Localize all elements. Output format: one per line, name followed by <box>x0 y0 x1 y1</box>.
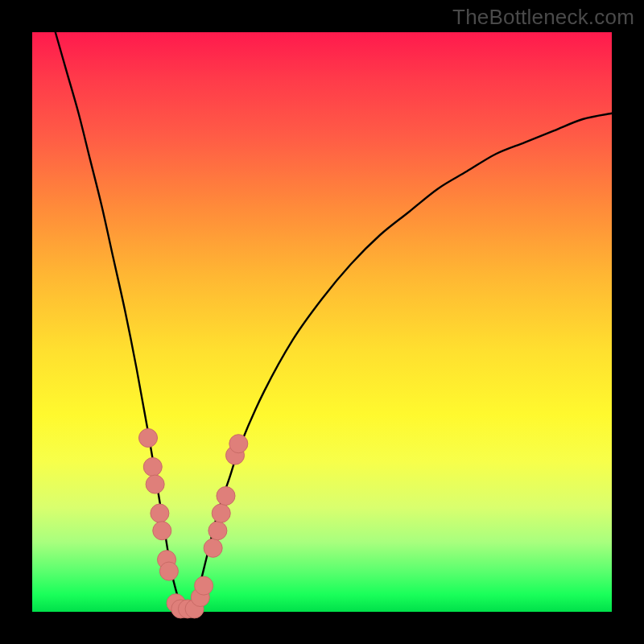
outer-frame: TheBottleneck.com <box>0 0 644 644</box>
chart-overlay <box>32 32 612 612</box>
watermark-text: TheBottleneck.com <box>452 5 634 30</box>
marker-point <box>159 562 178 580</box>
marker-point <box>143 457 162 476</box>
marker-point <box>229 435 248 453</box>
marker-point <box>208 522 227 540</box>
marker-point <box>151 504 169 522</box>
valley-markers <box>138 428 247 617</box>
bottleneck-curve <box>56 32 612 613</box>
marker-point <box>153 522 171 540</box>
marker-point <box>146 475 164 493</box>
marker-point <box>195 576 213 595</box>
marker-point <box>138 428 157 447</box>
marker-point <box>217 486 235 505</box>
marker-point <box>204 539 222 557</box>
marker-point <box>212 504 230 522</box>
